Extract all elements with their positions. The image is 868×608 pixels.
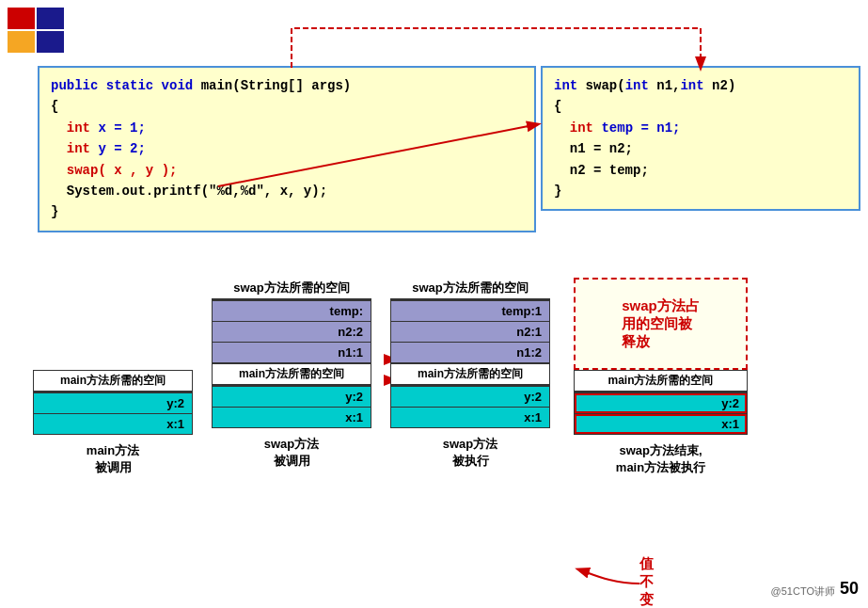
col3-main-box: y:2 x:1 [390,385,550,428]
col2-x: x:1 [213,407,371,427]
code-line-3: int x = 1; [51,118,523,138]
swap-line-1: int swap(int n1,int n2) [554,75,847,96]
svg-rect-3 [36,30,64,53]
logo [8,8,64,53]
code-line-1: public static void main(String[] args) [51,75,523,96]
col1-container: main方法所需的空间 y:2 x:1 main方法被调用 [33,278,193,469]
col1-main-box: y:2 x:1 [33,392,193,435]
col2-n1: n1:1 [213,342,371,362]
col3-container: swap方法所需的空间 temp:1 n2:1 n1:2 main方法所需的空间… [390,278,550,462]
col4-main-label: main方法所需的空间 [574,370,748,392]
col1-caption: main方法被调用 [33,442,193,476]
col3-caption: swap方法被执行 [390,436,550,470]
swap-line-5: n2 = temp; [554,160,847,181]
col4-container: swap方法占用的空间被释放 main方法所需的空间 y:2 x:1 swap方… [574,278,748,469]
value-no-change-arrow [574,565,649,602]
col3-y: y:2 [391,386,549,407]
swap-line-4: n1 = n2; [554,138,847,159]
col4-x: x:1 [575,413,747,434]
col4-main-box: y:2 x:1 [574,392,748,435]
swap-line-6: } [554,181,847,201]
col3-x: x:1 [391,407,549,427]
main-code-box: public static void main(String[] args) {… [38,66,536,232]
col1-y: y:2 [34,392,192,413]
col4-y: y:2 [575,392,747,413]
col3-n1: n1:2 [391,342,549,362]
col3-swap-header: swap方法所需的空间 [390,278,550,299]
col4-caption: swap方法结束,main方法被执行 [574,442,748,476]
svg-rect-1 [36,8,64,30]
col3-main-label: main方法所需的空间 [390,363,550,385]
col2-swap-box: temp: n2:2 n1:1 [212,299,371,363]
col2-container: swap方法所需的空间 temp: n2:2 n1:1 main方法所需的空间 … [212,278,371,462]
col2-swap-header: swap方法所需的空间 [212,278,371,299]
code-line-6: System.out.printf("%d,%d", x, y); [51,181,523,201]
swap-line-2: { [554,96,847,117]
swap-code-box: int swap(int n1,int n2) { int temp = n1;… [541,66,860,211]
col2-caption: swap方法被调用 [212,436,371,470]
col2-y: y:2 [213,386,371,407]
code-line-5: swap( x , y ); [51,160,523,181]
svg-rect-0 [8,8,36,30]
col3-swap-box: temp:1 n2:1 n1:2 [390,299,550,363]
col2-n2: n2:2 [213,321,371,342]
col2-main-label: main方法所需的空间 [212,363,371,385]
col3-temp: temp:1 [391,300,549,321]
svg-rect-2 [8,30,36,53]
code-line-7: } [51,201,523,222]
col2-temp: temp: [213,300,371,321]
swap-line-3: int temp = n1; [554,118,847,138]
col2-main-box: y:2 x:1 [212,385,371,428]
col1-x: x:1 [34,413,192,434]
col1-main-label: main方法所需的空间 [33,370,193,392]
col3-n2: n2:1 [391,321,549,342]
page-number: 50 [840,579,859,599]
code-line-4: int y = 2; [51,138,523,159]
col4-release-note: swap方法占用的空间被释放 [574,278,748,370]
code-line-2: { [51,96,523,117]
col4-release-text: swap方法占用的空间被释放 [622,297,700,351]
watermark: @51CTO讲师 [771,584,835,599]
